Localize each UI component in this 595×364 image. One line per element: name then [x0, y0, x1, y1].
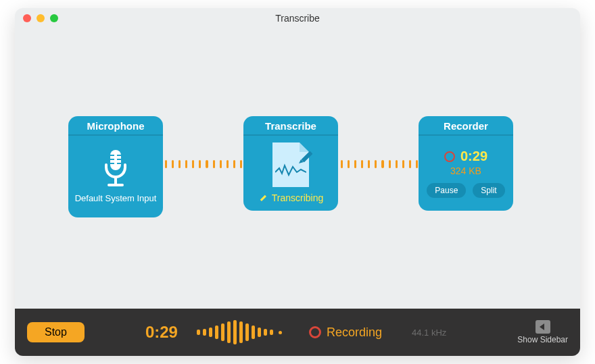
waveform-icon [197, 320, 282, 344]
node-microphone-body: Default System Input [68, 136, 163, 217]
stop-button[interactable]: Stop [27, 322, 85, 342]
svg-rect-11 [260, 194, 266, 201]
record-ring-icon [309, 326, 321, 338]
node-transcribe[interactable]: Transcribe Transcribing [243, 116, 338, 211]
node-transcribe-body: Transcribing [243, 136, 338, 211]
sidebar-icon [536, 320, 550, 334]
split-button[interactable]: Split [473, 183, 504, 198]
recording-status: Recording [309, 326, 382, 340]
node-transcribe-status: Transcribing [258, 192, 324, 203]
close-icon[interactable] [23, 14, 31, 22]
recorder-indicator: 0:29 [444, 149, 487, 164]
app-window: Transcribe Microphone [15, 8, 580, 356]
connector-mic-to-transcribe [165, 162, 242, 166]
microphone-icon [99, 149, 132, 189]
recorder-size: 324 KB [450, 165, 481, 176]
connector-transcribe-to-recorder [341, 162, 418, 166]
node-microphone-title: Microphone [68, 116, 163, 136]
window-title: Transcribe [15, 13, 580, 24]
pipeline-canvas: Microphone Default System Input [15, 28, 580, 309]
zoom-icon[interactable] [50, 14, 58, 22]
show-sidebar-button[interactable]: Show Sidebar [517, 320, 568, 344]
node-recorder-body: 0:29 324 KB Pause Split [419, 136, 513, 211]
titlebar: Transcribe [15, 8, 580, 28]
svg-rect-9 [302, 151, 313, 162]
traffic-lights [23, 14, 58, 22]
pencil-icon [297, 147, 317, 167]
node-microphone[interactable]: Microphone Default System Input [68, 116, 163, 217]
status-time: 0:29 [145, 323, 178, 342]
node-transcribe-title: Transcribe [243, 116, 338, 136]
pencil-small-icon [258, 193, 268, 203]
pause-button[interactable]: Pause [427, 183, 466, 198]
record-ring-icon [444, 151, 455, 162]
node-recorder[interactable]: Recorder 0:29 324 KB Pause Split [419, 116, 513, 211]
recording-status-label: Recording [327, 326, 382, 340]
sample-rate-label: 44.1 kHz [412, 328, 446, 338]
transcribe-status-label: Transcribing [272, 192, 324, 203]
document-icon [272, 142, 309, 187]
minimize-icon[interactable] [37, 14, 45, 22]
recorder-time: 0:29 [460, 149, 487, 164]
node-microphone-subtitle: Default System Input [75, 193, 157, 204]
node-recorder-title: Recorder [419, 116, 513, 136]
show-sidebar-label: Show Sidebar [517, 335, 568, 344]
status-bar: Stop 0:29 Recording 44.1 kHz Show Sideba… [15, 309, 580, 356]
